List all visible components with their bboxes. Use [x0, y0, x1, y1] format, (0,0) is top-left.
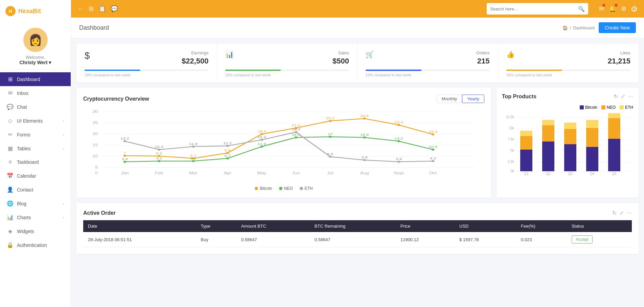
- top-products-card: Top Products ↻ ⤢ ⋯ Bitcoin NEO: [497, 88, 639, 198]
- logo-icon: H: [5, 6, 16, 16]
- svg-point-65: [192, 146, 195, 148]
- refresh-icon[interactable]: ↻: [614, 93, 618, 100]
- svg-point-47: [260, 146, 263, 148]
- earnings-footer: 19% compared to last week: [85, 73, 209, 77]
- settings-icon[interactable]: ⚙: [621, 5, 626, 12]
- earnings-progress: [85, 70, 140, 71]
- bell-badge: [615, 4, 618, 7]
- sidebar-item-label: UI Elements: [17, 118, 43, 124]
- sidebar-item-calendar[interactable]: 📅 Calendar: [0, 169, 71, 183]
- svg-text:11.9: 11.9: [189, 142, 198, 146]
- top-products-title: Top Products: [502, 94, 536, 100]
- svg-text:Jan: Jan: [121, 171, 129, 175]
- calendar-nav-icon[interactable]: 📋: [98, 5, 106, 12]
- svg-text:Feb: Feb: [155, 171, 163, 175]
- back-icon[interactable]: ←: [78, 5, 84, 12]
- svg-rect-103: [564, 144, 576, 171]
- svg-text:Oct: Oct: [429, 171, 437, 175]
- more-icon[interactable]: ⋯: [628, 93, 633, 100]
- sidebar-item-inbox[interactable]: ✉ Inbox: [0, 86, 71, 100]
- bell-icon[interactable]: 🔔: [609, 5, 616, 12]
- svg-text:12.2: 12.2: [223, 142, 232, 145]
- accept-button[interactable]: Accept: [572, 235, 593, 244]
- sidebar-item-authentication[interactable]: 🔒 Authentication: [0, 238, 71, 252]
- svg-text:26.5: 26.5: [360, 114, 369, 118]
- sidebar-item-contact[interactable]: 👤 Contact: [0, 183, 71, 197]
- svg-point-49: [329, 136, 332, 138]
- svg-text:Q4: Q4: [590, 172, 595, 176]
- order-table: Date Type Amount BTC BTC Remaining Price…: [83, 220, 632, 247]
- svg-point-72: [432, 160, 435, 162]
- sidebar: H HexaBit 👩 Welcome, Christy Wert ▾ ⊞ Da…: [0, 0, 71, 307]
- sidebar-item-label: Tables: [17, 146, 30, 151]
- svg-text:0: 0: [95, 171, 98, 175]
- mail-icon[interactable]: ✉: [599, 5, 604, 12]
- chat-nav-icon[interactable]: 💬: [111, 5, 118, 12]
- row-amount-btc: 0.58647: [236, 232, 310, 247]
- col-type: Type: [196, 220, 236, 232]
- chat-icon: 💬: [7, 104, 14, 110]
- expand-order-icon[interactable]: ⤢: [619, 210, 624, 216]
- row-usd: $ 1597.78: [455, 232, 516, 247]
- more-order-icon[interactable]: ⋯: [626, 210, 632, 216]
- sidebar-item-forms[interactable]: ✏ Forms ›: [0, 128, 71, 142]
- svg-text:Jul: Jul: [327, 171, 333, 175]
- col-usd: USD: [455, 220, 516, 232]
- svg-rect-108: [586, 128, 598, 147]
- orders-icon: 🛒: [366, 50, 374, 58]
- sidebar-item-tables[interactable]: ▦ Tables ›: [0, 142, 71, 155]
- monthly-button[interactable]: Monthly: [437, 95, 462, 103]
- user-name[interactable]: Christy Wert ▾: [20, 60, 51, 65]
- col-btc-remaining: BTC Remaining: [310, 220, 396, 232]
- refresh-order-icon[interactable]: ↻: [612, 210, 617, 216]
- svg-text:20: 20: [92, 132, 98, 136]
- stat-card-orders: 🛒 Orders 215 19% compared to last week: [358, 44, 498, 82]
- charts-icon: 📊: [7, 214, 14, 221]
- svg-text:Jun: Jun: [292, 171, 300, 175]
- sidebar-item-ui-elements[interactable]: ◇ UI Elements ›: [0, 114, 71, 128]
- chevron-right-icon: ›: [63, 119, 64, 123]
- svg-text:4.8: 4.8: [362, 156, 368, 159]
- svg-text:6.6: 6.6: [327, 152, 333, 156]
- legend-bitcoin-bar: Bitcoin: [585, 105, 597, 110]
- svg-text:10.3: 10.3: [429, 145, 437, 149]
- sales-footer: 19% compared to last week: [225, 73, 349, 77]
- svg-text:5: 5: [95, 165, 98, 169]
- sidebar-item-blog[interactable]: 🌐 Blog ›: [0, 197, 71, 210]
- expand-icon[interactable]: ⤢: [621, 93, 625, 100]
- row-status: Accept: [567, 232, 632, 247]
- create-new-button[interactable]: Create New: [599, 22, 636, 33]
- stat-card-earnings: $ Earnings $22,500 19% compared to last …: [76, 44, 217, 82]
- svg-text:Sept: Sept: [394, 171, 404, 175]
- search-input[interactable]: [490, 6, 575, 11]
- yearly-button[interactable]: Yearly: [462, 95, 484, 103]
- svg-text:7: 7: [123, 151, 126, 155]
- logo-text: HexaBit: [18, 8, 41, 15]
- crypto-chart-title: Cryptocurrency Overview: [83, 96, 149, 102]
- sidebar-item-chat[interactable]: 💬 Chat: [0, 100, 71, 114]
- svg-text:0k: 0k: [510, 169, 514, 173]
- page-title: Dashboard: [79, 24, 109, 31]
- svg-rect-101: [542, 120, 554, 125]
- sidebar-item-label: Contact: [17, 187, 33, 193]
- svg-text:14.2: 14.2: [394, 137, 403, 140]
- tables-icon: ▦: [7, 145, 14, 152]
- svg-text:6.9: 6.9: [156, 152, 162, 155]
- likes-icon: 👍: [506, 50, 515, 58]
- sidebar-profile: 👩 Welcome, Christy Wert ▾: [0, 22, 71, 70]
- legend-bitcoin: Bitcoin: [260, 186, 272, 191]
- svg-point-43: [123, 161, 127, 163]
- crypto-chart-card: Cryptocurrency Overview Monthly Yearly: [76, 88, 491, 198]
- card-actions: ↻ ⤢ ⋯: [614, 93, 633, 100]
- svg-rect-95: [520, 150, 532, 171]
- sidebar-item-dashboard[interactable]: ⊞ Dashboard: [0, 72, 71, 86]
- sidebar-item-charts[interactable]: 📊 Charts ›: [0, 210, 71, 224]
- sidebar-item-widgets[interactable]: ◈ Widgets: [0, 224, 71, 238]
- sidebar-item-taskboard[interactable]: ≡ Taskboard: [0, 155, 71, 169]
- grid-icon[interactable]: ⊞: [89, 5, 94, 12]
- sidebar-item-label: Widgets: [17, 229, 34, 234]
- sales-progress: [225, 70, 281, 71]
- search-box: 🔍: [487, 3, 588, 15]
- likes-value: 21,215: [608, 57, 630, 66]
- power-icon[interactable]: ⏻: [631, 5, 637, 12]
